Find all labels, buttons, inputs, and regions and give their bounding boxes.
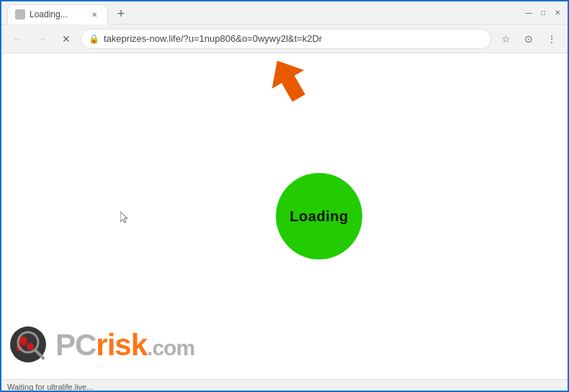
new-tab-button[interactable]: + (111, 4, 131, 24)
bookmark-button[interactable]: ☆ (496, 29, 516, 49)
account-icon: ⊙ (524, 33, 533, 45)
close-button[interactable]: ✕ (553, 9, 562, 17)
menu-button[interactable]: ⋮ (542, 29, 562, 49)
menu-icon: ⋮ (547, 33, 557, 45)
watermark-pc-text: PC (55, 328, 96, 362)
forward-icon: → (37, 33, 47, 45)
page-content: Loading PCrisk.com (1, 53, 568, 379)
mouse-cursor-icon (120, 212, 129, 225)
watermark-risk-text: risk (96, 328, 147, 362)
url-text: takeprizes-now.life/?u=1nup806&o=0wywy2l… (104, 33, 322, 44)
forward-button[interactable]: → (32, 29, 52, 49)
nav-right-controls: ☆ ⊙ ⋮ (496, 29, 562, 49)
lock-icon: 🔒 (89, 34, 99, 44)
navbar: ← → ✕ 🔒 takeprizes-now.life/?u=1nup806&o… (1, 24, 568, 53)
window-controls: — □ ✕ (524, 9, 562, 17)
tab-close-button[interactable]: ✕ (89, 9, 100, 20)
bookmark-icon: ☆ (501, 33, 511, 45)
maximize-button[interactable]: □ (539, 9, 547, 17)
status-text: Waiting for ultralife.live... (7, 383, 93, 391)
active-tab[interactable]: Loading... ✕ (7, 4, 108, 24)
loading-indicator: Loading (276, 173, 362, 259)
orange-arrow-icon (272, 61, 315, 104)
tab-favicon (15, 9, 25, 19)
loading-text: Loading (290, 208, 348, 225)
reload-icon: ✕ (62, 33, 71, 45)
svg-marker-0 (272, 61, 315, 104)
watermark-brand: PCrisk.com (55, 328, 194, 362)
tab-title: Loading... (30, 9, 84, 19)
reload-button[interactable]: ✕ (56, 29, 76, 49)
tab-bar: Loading... ✕ + (7, 1, 519, 24)
titlebar: Loading... ✕ + — □ ✕ (1, 1, 568, 24)
account-button[interactable]: ⊙ (519, 29, 539, 49)
address-bar[interactable]: 🔒 takeprizes-now.life/?u=1nup806&o=0wywy… (81, 29, 491, 49)
arrow-annotation (272, 61, 315, 107)
status-bar: Waiting for ultralife.live... (1, 379, 568, 392)
svg-point-3 (27, 343, 34, 350)
back-icon: ← (12, 33, 22, 45)
minimize-button[interactable]: — (524, 9, 533, 17)
watermark-com-text: .com (147, 336, 194, 360)
watermark: PCrisk.com (9, 325, 194, 365)
back-button[interactable]: ← (7, 29, 27, 49)
pcrisk-logo-icon (9, 325, 48, 365)
